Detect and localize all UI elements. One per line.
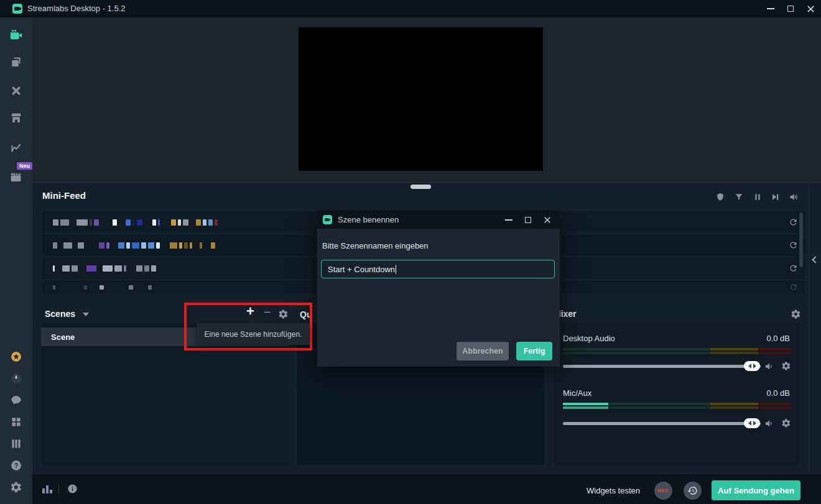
feed-scrollbar[interactable] [799, 213, 803, 267]
volume-meter [563, 403, 791, 410]
expand-event-icon[interactable] [789, 283, 805, 291]
notifications-info-icon[interactable] [67, 483, 78, 494]
mixer-settings-gear-icon[interactable] [791, 309, 801, 319]
dialog-minimize-button[interactable] [501, 211, 517, 229]
window-title: Streamlabs Desktop - 1.5.2 [27, 0, 126, 17]
themes-icon[interactable] [10, 85, 22, 97]
title-bar: Streamlabs Desktop - 1.5.2 [0, 0, 821, 17]
preview-area [32, 17, 821, 182]
statusbar-divider [58, 485, 59, 493]
record-button[interactable]: REC [654, 482, 672, 500]
video-preview[interactable] [299, 27, 543, 171]
editor-tab-icon[interactable] [9, 28, 23, 42]
chatbox-icon[interactable] [10, 394, 22, 406]
channel-settings-gear-icon[interactable] [781, 361, 791, 371]
layout-editor-icon[interactable] [10, 438, 22, 450]
moderation-shield-icon[interactable] [715, 192, 725, 202]
go-live-button[interactable]: Auf Sendung gehen [712, 480, 800, 500]
dialog-maximize-button[interactable] [520, 211, 536, 229]
mixer-channel-name: Mic/Aux [563, 388, 591, 398]
confirm-button[interactable]: Fertig [516, 342, 552, 360]
feed-skip-icon[interactable] [770, 192, 780, 202]
volume-meter [563, 348, 791, 355]
window-minimize-button[interactable] [763, 0, 779, 17]
stats-icon[interactable] [10, 141, 22, 153]
app-grid-icon[interactable] [10, 416, 22, 428]
streamlabs-window: Streamlabs Desktop - 1.5.2 Neu [0, 0, 821, 504]
svg-text:?: ? [14, 462, 18, 469]
mixer-channel-name: Desktop Audio [563, 334, 615, 343]
scene-name-prompt: Bitte Szenennamen eingeben [322, 241, 429, 250]
minifeed-title: Mini-Feed [42, 190, 86, 201]
dashboard-icon[interactable] [10, 372, 22, 385]
expand-dock-chevron-icon[interactable] [813, 257, 818, 262]
highlighter-icon[interactable] [9, 170, 22, 183]
dialog-app-icon [323, 215, 332, 224]
scene-name-value: Start + Countdown [322, 265, 395, 274]
confirm-label: Fertig [524, 347, 545, 355]
sidebar: Neu ? [0, 17, 32, 504]
scenes-dropdown-icon[interactable] [83, 313, 89, 316]
scenes-panel-title: Scenes [45, 309, 75, 319]
feed-pause-icon[interactable] [753, 192, 763, 202]
go-live-label: Auf Sendung gehen [718, 486, 794, 495]
rec-label: REC [657, 488, 669, 493]
scene-name-input[interactable]: Start + Countdown [321, 260, 555, 278]
dock-divider [809, 183, 809, 474]
dialog-close-button[interactable] [539, 211, 555, 229]
window-maximize-button[interactable] [782, 0, 799, 17]
volume-slider[interactable] [563, 365, 761, 368]
performance-chart-icon[interactable] [42, 485, 52, 493]
cancel-label: Abbrechen [462, 347, 503, 355]
name-scene-dialog: Szene benennen Bitte Szenennamen eingebe… [317, 211, 560, 367]
app-logo-icon [12, 4, 22, 14]
channel-mute-icon[interactable] [764, 361, 774, 372]
add-scene-tooltip: Eine neue Szene hinzufügen. [197, 323, 310, 345]
store-icon[interactable] [10, 112, 22, 124]
cancel-button[interactable]: Abbrechen [457, 342, 509, 360]
mixer-body: Desktop Audio 0.0 dB Mic/Aux 0.0 dB [554, 323, 800, 465]
mixer-channel-db-value: 0.0 dB [766, 334, 790, 343]
replay-buffer-button[interactable] [684, 482, 702, 500]
volume-slider-handle[interactable] [744, 361, 760, 371]
help-icon[interactable]: ? [10, 459, 22, 472]
splitter-handle[interactable] [410, 185, 431, 189]
prime-icon[interactable] [10, 351, 22, 363]
settings-icon[interactable] [10, 481, 22, 493]
new-badge: Neu [17, 162, 32, 170]
mixer-channel-db-value: 0.0 dB [766, 388, 790, 398]
dialog-title: Szene benennen [338, 211, 399, 229]
channel-mute-icon[interactable] [764, 418, 774, 429]
feed-filter-icon[interactable] [734, 192, 744, 202]
text-cursor [396, 265, 396, 274]
splitter-line [32, 182, 821, 183]
scene-collections-icon[interactable] [10, 56, 22, 68]
volume-slider-handle[interactable] [744, 418, 760, 428]
feed-sound-icon[interactable] [789, 192, 799, 202]
tooltip-text: Eine neue Szene hinzufügen. [205, 330, 302, 339]
dialog-title-bar: Szene benennen [317, 211, 560, 229]
status-bar: Widgets testen REC Auf Sendung gehen [32, 474, 821, 504]
channel-settings-gear-icon[interactable] [781, 418, 791, 428]
scene-item-label: Scene [41, 332, 75, 342]
window-close-button[interactable] [802, 0, 819, 17]
volume-slider[interactable] [563, 422, 761, 425]
test-widgets-link[interactable]: Widgets testen [587, 486, 640, 495]
dialog-body: Bitte Szenennamen eingeben Start + Count… [317, 229, 560, 367]
